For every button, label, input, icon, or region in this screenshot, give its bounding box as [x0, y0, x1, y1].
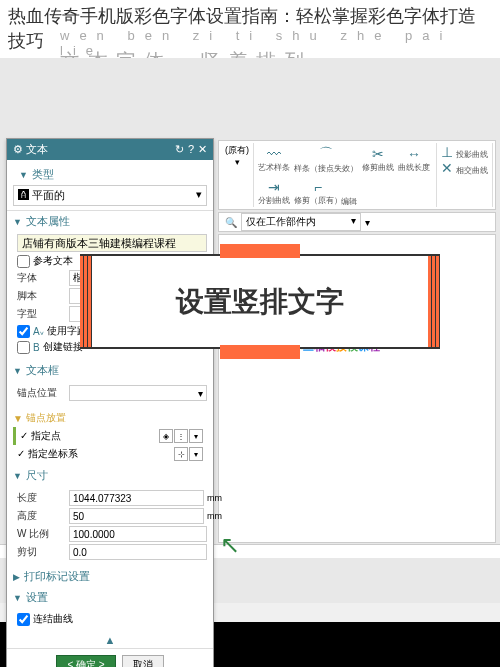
cut-input[interactable] [69, 544, 207, 560]
ribbon-toolbar: (原有) ▾ 〰 艺术样条 ⌒ 样条（接点失效） ✂ 修剪曲线 ↔ 曲线长度 ⇥ [218, 140, 496, 210]
workspace-bar: 🔍 仅在工作部件内▾ ▾ [218, 212, 496, 232]
curve-checkbox[interactable] [17, 613, 30, 626]
split-icon: ⇥ [268, 179, 280, 195]
chevron-down-icon: ▼ [13, 217, 22, 227]
text-frame-header[interactable]: ▼ 文本框 [7, 360, 213, 381]
settings-header[interactable]: ▼ 设置 [7, 587, 213, 608]
art-spline-button[interactable]: 〰 艺术样条 [258, 146, 290, 173]
intersect-button[interactable]: ✕ 相交曲线 [441, 160, 488, 176]
main-area: ⚙ 文本 ↻ ? ✕ ▼ 类型 🅰 平面的 ▾ ▼ 文本属性 [0, 58, 500, 603]
fit-curve-button[interactable]: ⌒ 样条（接点失效） [294, 145, 358, 174]
size-header[interactable]: ▼ 尺寸 [7, 465, 213, 486]
reset-icon[interactable]: ↻ [175, 143, 184, 156]
chevron-down-icon: ▾ [196, 188, 202, 203]
project-icon: ⊥ [441, 144, 453, 160]
csys-dropdown-icon[interactable]: ▾ [189, 447, 203, 461]
anchor-place-header[interactable]: ▼锚点放置 [13, 411, 207, 425]
confirm-button[interactable]: < 确定 > [56, 655, 115, 667]
chevron-down-icon: ▼ [19, 170, 28, 180]
use-char-checkbox[interactable] [17, 325, 30, 338]
w-ratio-input[interactable] [69, 526, 207, 542]
pin-icon[interactable]: ⚙ [13, 143, 23, 155]
text-props-header[interactable]: ▼ 文本属性 [7, 211, 213, 232]
dialog-titlebar[interactable]: ⚙ 文本 ↻ ? ✕ [7, 139, 213, 160]
help-icon[interactable]: ? [188, 143, 194, 156]
ruler-top-icon [220, 244, 300, 258]
chevron-down-icon: ▼ [13, 593, 22, 603]
curve-length-button[interactable]: ↔ 曲线长度 [398, 146, 430, 173]
chevron-down-icon: ▼ [13, 366, 22, 376]
anchor-pos-dropdown[interactable]: ▾ [69, 385, 207, 401]
trim-button[interactable]: ✂ 修剪曲线 [362, 146, 394, 173]
ref-text-checkbox[interactable] [17, 255, 30, 268]
filter-icon[interactable]: ▾ [365, 217, 370, 228]
point-picker-icon[interactable]: ◈ [159, 429, 173, 443]
scissors-icon: ✂ [372, 146, 384, 162]
spline-icon: 〰 [267, 146, 281, 162]
print-mark-header[interactable]: ▶ 打印标记设置 [7, 566, 213, 587]
type-dropdown[interactable]: 🅰 平面的 ▾ [13, 185, 207, 206]
ruler-bottom-icon [220, 345, 300, 359]
project-button[interactable]: ⊥ 投影曲线 [441, 144, 488, 160]
text-content-input[interactable] [17, 234, 207, 252]
intersect-icon: ✕ [441, 160, 453, 176]
corner-icon: ⌐ [314, 179, 322, 195]
banner-text: 设置竖排文字 [176, 283, 344, 321]
length-input[interactable] [69, 490, 204, 506]
cancel-button[interactable]: 取消 [122, 655, 164, 667]
instruction-banner: 设置竖排文字 [80, 254, 440, 349]
point-dropdown-icon[interactable]: ▾ [189, 429, 203, 443]
chevron-right-icon: ▶ [13, 572, 20, 582]
specify-point-option[interactable]: ✓ 指定点 ◈ ⋮ ▾ [13, 427, 207, 445]
csys-picker-icon[interactable]: ⊹ [174, 447, 188, 461]
collapse-icon[interactable]: ▲ [105, 634, 116, 646]
close-icon[interactable]: ✕ [198, 143, 207, 156]
point-menu-icon[interactable]: ⋮ [174, 429, 188, 443]
chevron-down-icon: ▾ [235, 157, 240, 167]
edit-group-label: 编辑 [258, 196, 440, 207]
height-input[interactable] [69, 508, 204, 524]
length-icon: ↔ [407, 146, 421, 162]
curve-icon: ⌒ [319, 145, 333, 163]
cursor-pointer-icon: ↖ [220, 531, 240, 559]
text-dialog: ⚙ 文本 ↻ ? ✕ ▼ 类型 🅰 平面的 ▾ ▼ 文本属性 [6, 138, 214, 667]
ribbon-menu-group[interactable]: (原有) ▾ [221, 143, 254, 207]
scope-icon[interactable]: 🔍 [225, 217, 237, 228]
create-link-checkbox[interactable] [17, 341, 30, 354]
chevron-down-icon: ▼ [13, 471, 22, 481]
type-section-header[interactable]: ▼ 类型 [13, 164, 207, 185]
specify-csys-option[interactable]: ✓ 指定坐标系 ⊹ ▾ [13, 445, 207, 463]
scope-dropdown[interactable]: 仅在工作部件内▾ [241, 213, 361, 231]
